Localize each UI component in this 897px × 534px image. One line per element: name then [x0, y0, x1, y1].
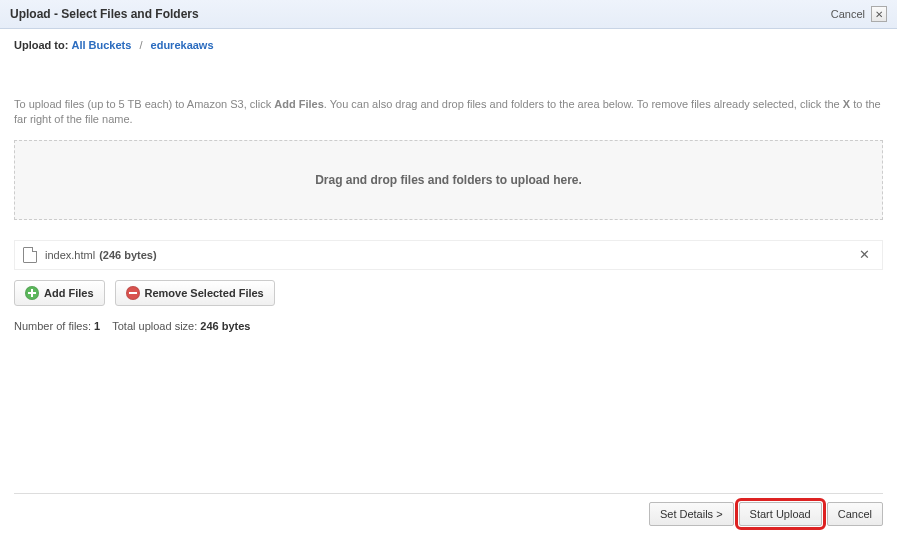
file-name: index.html — [45, 249, 95, 261]
remove-icon — [126, 286, 140, 300]
file-size: (246 bytes) — [99, 249, 156, 261]
remove-file-button[interactable]: ✕ — [855, 247, 874, 262]
file-list: index.html (246 bytes) ✕ — [14, 240, 883, 270]
remove-selected-label: Remove Selected Files — [145, 287, 264, 299]
close-icon: ✕ — [875, 9, 883, 20]
instructions-part2: . You can also drag and drop files and f… — [324, 98, 843, 110]
stats-num-label: Number of files: — [14, 320, 94, 332]
breadcrumb-separator: / — [139, 39, 142, 51]
cancel-button[interactable]: Cancel — [827, 502, 883, 526]
instructions-x-bold: X — [843, 98, 850, 110]
dialog-title: Upload - Select Files and Folders — [10, 7, 199, 21]
instructions-text: To upload files (up to 5 TB each) to Ama… — [0, 57, 897, 134]
instructions-addfiles-bold: Add Files — [274, 98, 324, 110]
breadcrumb-current[interactable]: edurekaaws — [151, 39, 214, 51]
stats-row: Number of files: 1 Total upload size: 24… — [0, 316, 897, 336]
stats-size-value: 246 bytes — [200, 320, 250, 332]
stats-num-value: 1 — [94, 320, 100, 332]
dropzone-text: Drag and drop files and folders to uploa… — [315, 173, 582, 187]
header-actions: Cancel ✕ — [831, 6, 887, 22]
action-buttons-row: Add Files Remove Selected Files — [0, 270, 897, 316]
remove-selected-button[interactable]: Remove Selected Files — [115, 280, 275, 306]
breadcrumb: Upload to: All Buckets / edurekaaws — [0, 29, 897, 57]
add-icon — [25, 286, 39, 300]
stats-size-label: Total upload size: — [112, 320, 200, 332]
file-icon — [23, 247, 37, 263]
close-button[interactable]: ✕ — [871, 6, 887, 22]
set-details-button[interactable]: Set Details > — [649, 502, 734, 526]
cancel-link[interactable]: Cancel — [831, 8, 865, 20]
breadcrumb-root-link[interactable]: All Buckets — [71, 39, 131, 51]
instructions-part1: To upload files (up to 5 TB each) to Ama… — [14, 98, 274, 110]
add-files-button[interactable]: Add Files — [14, 280, 105, 306]
add-files-label: Add Files — [44, 287, 94, 299]
breadcrumb-label: Upload to: — [14, 39, 68, 51]
dialog-header: Upload - Select Files and Folders Cancel… — [0, 0, 897, 29]
dropzone[interactable]: Drag and drop files and folders to uploa… — [14, 140, 883, 220]
file-row: index.html (246 bytes) ✕ — [15, 241, 882, 269]
start-upload-button[interactable]: Start Upload — [739, 502, 822, 526]
footer: Set Details > Start Upload Cancel — [14, 493, 883, 526]
